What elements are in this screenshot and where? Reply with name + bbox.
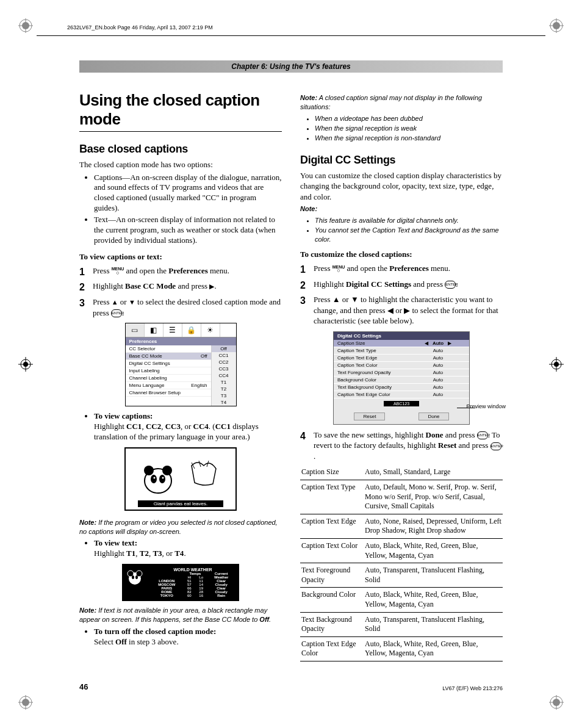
note-heading: Note: xyxy=(300,204,503,214)
subsection-heading: Base closed captions xyxy=(79,143,282,156)
svg-point-37 xyxy=(132,575,134,579)
registration-mark-icon xyxy=(18,357,33,372)
note-text: Note: If text is not available in your a… xyxy=(79,606,282,624)
svg-point-26 xyxy=(162,466,172,475)
step-number: 3 xyxy=(79,297,93,318)
text-example-figure: WORLD WEATHER TempsCurrent HiLoWeather L… xyxy=(122,564,239,601)
enter-button-icon: ENTER xyxy=(477,431,488,439)
registration-mark-icon xyxy=(18,695,33,710)
section-heading: Using the closed caption mode xyxy=(79,91,282,132)
list-item: To view text:Highlight T1, T2, T3, or T4… xyxy=(94,538,282,559)
subsection-heading: Digital CC Settings xyxy=(300,154,503,167)
step-number: 1 xyxy=(79,265,93,279)
header-rule xyxy=(37,35,545,36)
list-item: To view captions:Highlight CC1, CC2, CC3… xyxy=(94,411,282,442)
step-text: Press ▲ or ▼ to select the desired close… xyxy=(93,297,282,318)
menu-button-icon: MENU xyxy=(332,265,345,273)
print-header: 2632LV67_EN.book Page 46 Friday, April 1… xyxy=(37,24,545,31)
registration-mark-icon xyxy=(549,695,564,710)
step-number: 2 xyxy=(79,281,93,294)
enter-button-icon: ENTER xyxy=(111,309,122,317)
enter-button-icon: ENTER xyxy=(490,442,501,450)
svg-point-28 xyxy=(159,475,165,483)
enter-button-icon: ENTER xyxy=(445,281,456,289)
tab-icon: ☀ xyxy=(201,323,220,337)
svg-point-38 xyxy=(135,575,138,579)
step-text: Press MENU and open the Preferences menu… xyxy=(314,263,503,276)
done-button: Done xyxy=(419,413,448,420)
list-item: To turn off the closed caption mode:Sele… xyxy=(94,627,282,647)
step-text: Highlight Digital CC Settings and press … xyxy=(314,279,503,292)
list-item: When the signal reception is weak xyxy=(315,124,503,132)
footer-code: LV67 (E/F) Web 213:276 xyxy=(442,685,503,691)
svg-point-29 xyxy=(154,477,156,478)
list-item: This feature is available for digital ch… xyxy=(315,216,503,225)
procedure-heading: To customize the closed captions: xyxy=(300,250,503,259)
registration-mark-icon xyxy=(549,357,564,372)
menu-button-icon: MENU xyxy=(112,267,124,275)
chapter-title: Chapter 6: Using the TV's features xyxy=(79,60,503,73)
options-table: Caption SizeAuto, Small, Standard, Large… xyxy=(300,465,503,661)
body-text: The closed caption mode has two options: xyxy=(79,159,282,170)
svg-point-30 xyxy=(162,477,164,478)
list-item: When a videotape has been dubbed xyxy=(315,114,503,123)
tab-icon: ☰ xyxy=(163,323,182,337)
note-text: Note: If the program or video you select… xyxy=(79,518,282,536)
svg-point-25 xyxy=(144,466,154,475)
step-text: Highlight Base CC Mode and press ▶. xyxy=(93,281,282,294)
body-text: You can customize the closed caption dis… xyxy=(300,170,503,203)
list-item: When the signal reception is non-standar… xyxy=(315,134,503,142)
caption-example-figure: Giant pandas eat leaves. xyxy=(124,447,237,511)
step-text: Press ▲ or ▼ to highlight the characteri… xyxy=(314,294,503,326)
callout-label: Preview window xyxy=(466,404,506,410)
procedure-heading: To view captions or text: xyxy=(79,252,282,262)
note-text: Note: A closed caption signal may not di… xyxy=(300,93,503,112)
page-number: 46 xyxy=(79,682,88,691)
digital-cc-figure: Digital CC Settings Caption Size◀ Auto ▶… xyxy=(333,331,470,425)
list-item: Captions—An on-screen display of the dia… xyxy=(94,173,282,214)
list-item: Text—An on-screen display of information… xyxy=(94,215,282,246)
list-item: You cannot set the Caption Text and Back… xyxy=(315,226,503,243)
preferences-menu-figure: ▭ ◧ ☰ 🔒 ☀ Preferences CC Selector Base C… xyxy=(125,323,237,406)
tab-icon: ▭ xyxy=(126,323,145,337)
tab-icon: 🔒 xyxy=(182,323,201,337)
svg-point-27 xyxy=(151,475,157,483)
tab-icon: ◧ xyxy=(145,323,163,337)
registration-mark-icon xyxy=(549,18,564,33)
step-text: Press MENU and open the Preferences menu… xyxy=(93,265,282,279)
step-text: To save the new settings, highlight Done… xyxy=(314,430,503,462)
menu-title: Preferences xyxy=(126,337,236,345)
registration-mark-icon xyxy=(18,18,33,33)
reset-button: Reset xyxy=(354,413,385,420)
